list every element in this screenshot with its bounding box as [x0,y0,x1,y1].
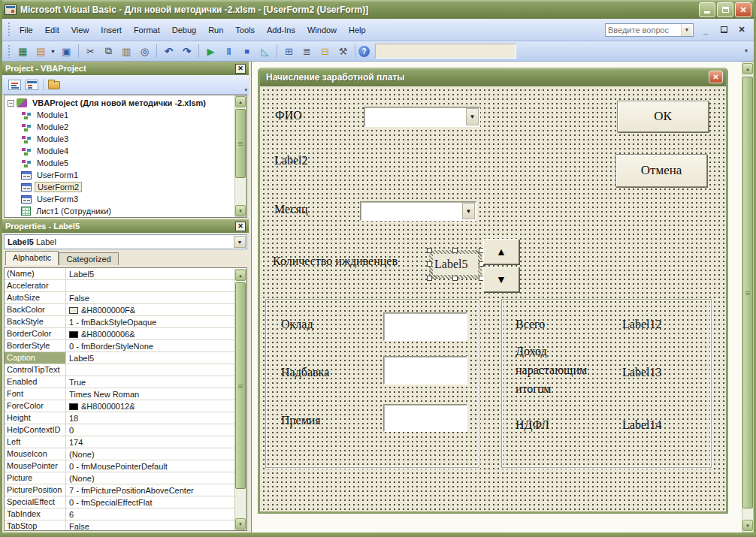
tax-value-label14[interactable]: Label14 [622,418,661,432]
scroll-up-icon[interactable]: ▲ [235,96,246,107]
minimize-button[interactable] [699,2,715,17]
scroll-up-icon[interactable]: ▲ [742,63,753,74]
property-row[interactable]: EnabledTrue [5,376,246,388]
salary-textbox[interactable] [383,312,467,341]
copy-icon[interactable]: ⧉ [100,44,117,59]
mdi-close-button[interactable]: ✕ [736,25,748,35]
selection-handle[interactable] [452,248,458,253]
save-icon[interactable]: ▣ [58,44,75,59]
properties-scrollbar[interactable]: ▲ ▼ [234,269,246,530]
selection-handle[interactable] [427,261,432,267]
property-value[interactable]: 0 [66,424,246,436]
userform-designer-window[interactable]: Начисление заработной платы ✕ ФИО ▼ ОК L… [258,68,728,514]
property-value[interactable] [66,364,246,376]
properties-window-icon[interactable]: ≣ [298,44,316,59]
property-value[interactable]: Times New Roman [66,388,246,400]
property-row[interactable]: ForeColor&H80000012& [5,400,246,412]
project-explorer-icon[interactable]: ⊞ [280,44,298,59]
project-tree-scrollbar[interactable]: ▲ ▼ [234,95,246,217]
menu-run[interactable]: Run [202,23,229,38]
tree-item-module3[interactable]: Module3 [5,133,246,145]
property-value[interactable]: (None) [66,448,246,460]
tree-item-module5[interactable]: Module5 [5,157,246,169]
tree-item-userform2[interactable]: UserForm2 [5,181,246,193]
scroll-down-icon[interactable]: ▼ [742,520,753,531]
allowance-textbox[interactable] [383,356,467,385]
userform-client-area[interactable]: ФИО ▼ ОК Label2 Отмена Месяц ▼ Количеств… [260,86,726,511]
cumulative-income-label[interactable]: Доход нарастающим итогом [516,342,619,398]
property-row[interactable]: BorderStyle0 - fmBorderStyleNone [5,340,246,352]
project-panel-header[interactable]: Project - VBAProject ✕ [2,62,249,75]
object-selector-dropdown-icon[interactable]: ▼ [234,236,246,248]
cut-icon[interactable]: ✂ [82,44,99,59]
menu-file[interactable]: File [14,23,39,38]
property-value[interactable]: Label5 [66,268,246,279]
toolbar-grip[interactable] [8,22,11,37]
toolbar-grip[interactable] [8,44,11,58]
allowance-label[interactable]: Надбавка [281,366,329,379]
menu-format[interactable]: Format [128,23,166,38]
property-value[interactable]: False [66,292,246,303]
toolbar-options-chevron-icon[interactable]: ▾ [742,48,751,54]
mdi-scrollbar[interactable]: ▲ ▼ [742,62,754,532]
scroll-down-icon[interactable]: ▼ [235,518,246,529]
tab-alphabetic[interactable]: Alphabetic [5,251,59,265]
spin-up-icon[interactable]: ▲ [483,239,519,264]
object-selector[interactable]: Label5 Label ▼ [4,234,247,249]
property-row[interactable]: (Name)Label5 [5,268,246,280]
combo-dropdown-icon[interactable]: ▼ [462,203,475,219]
selection-handle[interactable] [427,276,432,281]
property-value[interactable]: False [66,520,246,531]
project-panel-close-button[interactable]: ✕ [235,64,246,74]
close-button[interactable]: ✕ [735,2,751,17]
scroll-thumb[interactable] [742,77,753,508]
property-value[interactable]: (None) [66,472,246,484]
paste-icon[interactable]: ▥ [118,44,135,59]
scroll-down-icon[interactable]: ▼ [235,205,246,216]
property-row[interactable]: MouseIcon(None) [5,448,246,460]
property-row[interactable]: PicturePosition7 - fmPicturePositionAbov… [5,484,246,496]
redo-icon[interactable]: ↷ [178,44,195,59]
design-mode-icon[interactable]: ◺ [256,44,274,59]
inputs-frame[interactable]: Оклад Надбавка Премия [265,299,479,468]
userform-close-button[interactable]: ✕ [709,71,723,83]
mdi-restore-button[interactable] [718,26,730,35]
reset-icon[interactable]: ■ [238,44,256,59]
menu-insert[interactable]: Insert [95,23,128,38]
property-value[interactable]: &H80000006& [66,328,246,339]
menu-view[interactable]: View [65,23,95,38]
collapse-icon[interactable]: − [8,100,14,107]
cumulative-value-label13[interactable]: Label13 [622,366,661,379]
tree-item-sheet1[interactable]: Лист1 (Сотрудники) [5,205,246,217]
insert-dropdown-icon[interactable]: ▼ [50,49,57,54]
fio-label[interactable]: ФИО [275,109,302,122]
property-row[interactable]: AutoSizeFalse [5,292,246,304]
property-row[interactable]: TabIndex6 [5,508,246,520]
view-code-icon[interactable] [8,80,21,90]
selection-handle[interactable] [427,248,432,253]
total-label[interactable]: Всего [516,318,545,331]
property-row[interactable]: SpecialEffect0 - fmSpecialEffectFlat [5,496,246,508]
month-combobox[interactable]: ▼ [360,201,476,221]
property-row[interactable]: TabStopFalse [5,520,246,531]
property-value[interactable]: &H8000000F& [66,304,246,315]
property-row[interactable]: Left174 [5,436,246,448]
scroll-up-icon[interactable]: ▲ [235,270,246,281]
property-value[interactable]: 18 [66,412,246,424]
spin-down-icon[interactable]: ▼ [483,267,519,292]
insert-userform-icon[interactable]: ▤ [32,44,50,59]
undo-icon[interactable]: ↶ [160,44,177,59]
view-object-icon[interactable] [26,80,38,90]
property-value[interactable]: 1 - fmBackStyleOpaque [66,316,246,327]
property-row[interactable]: Height18 [5,412,246,424]
question-input[interactable] [606,25,681,35]
property-value[interactable]: 0 - fmMousePointerDefault [66,460,246,472]
selection-handle[interactable] [452,276,458,281]
properties-panel-header[interactable]: Properties - Label5 ✕ [2,219,249,233]
toolbar-edit-box[interactable] [375,44,516,59]
question-dropdown-icon[interactable]: ▼ [681,24,692,36]
find-icon[interactable]: ◎ [136,44,153,59]
property-value[interactable]: 0 - fmBorderStyleNone [66,340,246,351]
dependents-spinbutton[interactable]: ▲ ▼ [483,239,519,292]
property-row[interactable]: FontTimes New Roman [5,388,246,400]
